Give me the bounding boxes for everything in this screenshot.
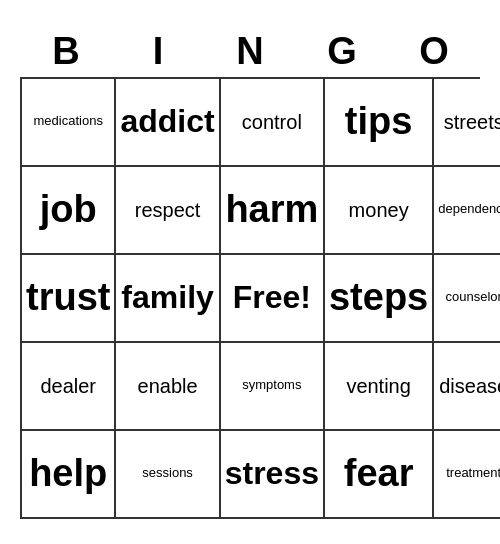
- bingo-cell-3: tips: [325, 79, 434, 167]
- cell-text-14: counselor: [446, 290, 501, 304]
- cell-text-23: fear: [344, 453, 414, 495]
- cell-text-5: job: [40, 189, 97, 231]
- cell-text-22: stress: [225, 456, 319, 491]
- bingo-cell-4: streets: [434, 79, 500, 167]
- bingo-cell-23: fear: [325, 431, 434, 519]
- cell-text-12: Free!: [233, 280, 311, 315]
- header-letter-g: G: [296, 26, 388, 77]
- bingo-cell-20: help: [22, 431, 116, 519]
- bingo-header: BINGO: [20, 26, 480, 77]
- cell-text-20: help: [29, 453, 107, 495]
- bingo-cell-18: venting: [325, 343, 434, 431]
- bingo-grid: medicationsaddictcontroltipsstreetsjobre…: [20, 77, 480, 519]
- cell-text-0: medications: [34, 114, 103, 128]
- bingo-cell-12: Free!: [221, 255, 325, 343]
- bingo-cell-17: symptoms: [221, 343, 325, 431]
- bingo-cell-2: control: [221, 79, 325, 167]
- bingo-cell-13: steps: [325, 255, 434, 343]
- cell-text-19: disease: [439, 375, 500, 397]
- bingo-cell-19: disease: [434, 343, 500, 431]
- cell-text-8: money: [349, 199, 409, 221]
- cell-text-6: respect: [135, 199, 201, 221]
- bingo-cell-6: respect: [116, 167, 220, 255]
- cell-text-4: streets: [444, 111, 500, 133]
- cell-text-16: enable: [138, 375, 198, 397]
- bingo-cell-8: money: [325, 167, 434, 255]
- bingo-cell-10: trust: [22, 255, 116, 343]
- bingo-card: BINGO medicationsaddictcontroltipsstreet…: [20, 26, 480, 519]
- bingo-cell-1: addict: [116, 79, 220, 167]
- cell-text-15: dealer: [40, 375, 96, 397]
- header-letter-o: O: [388, 26, 480, 77]
- bingo-cell-7: harm: [221, 167, 325, 255]
- cell-text-24: treatment: [446, 466, 500, 480]
- bingo-cell-24: treatment: [434, 431, 500, 519]
- cell-text-13: steps: [329, 277, 428, 319]
- cell-text-1: addict: [120, 104, 214, 139]
- cell-text-21: sessions: [142, 466, 193, 480]
- header-letter-b: B: [20, 26, 112, 77]
- bingo-cell-22: stress: [221, 431, 325, 519]
- bingo-cell-14: counselor: [434, 255, 500, 343]
- cell-text-9: dependency: [438, 202, 500, 216]
- bingo-cell-9: dependency: [434, 167, 500, 255]
- bingo-cell-0: medications: [22, 79, 116, 167]
- cell-text-2: control: [242, 111, 302, 133]
- cell-text-18: venting: [346, 375, 411, 397]
- cell-text-11: family: [121, 280, 213, 315]
- header-letter-i: I: [112, 26, 204, 77]
- cell-text-10: trust: [26, 277, 110, 319]
- header-letter-n: N: [204, 26, 296, 77]
- cell-text-7: harm: [225, 189, 318, 231]
- bingo-cell-11: family: [116, 255, 220, 343]
- bingo-cell-21: sessions: [116, 431, 220, 519]
- bingo-cell-5: job: [22, 167, 116, 255]
- cell-text-3: tips: [345, 101, 413, 143]
- cell-text-17: symptoms: [242, 378, 301, 392]
- bingo-cell-16: enable: [116, 343, 220, 431]
- bingo-cell-15: dealer: [22, 343, 116, 431]
